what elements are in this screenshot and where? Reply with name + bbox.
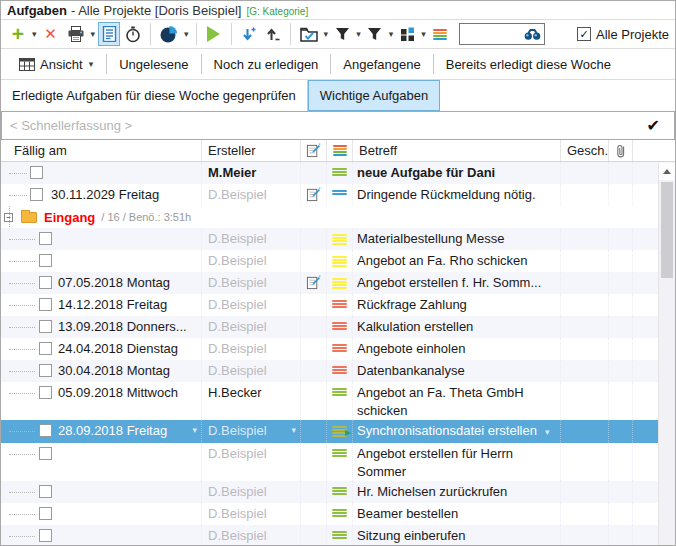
task-checkbox[interactable] (39, 320, 52, 333)
task-row[interactable]: 07.05.2018 MontagD.Beispiel Angebot erst… (1, 272, 675, 294)
binoculars-icon[interactable] (524, 28, 541, 41)
task-row[interactable]: 30.04.2018 MontagD.BeispielDatenbankanal… (1, 360, 675, 382)
task-checkbox[interactable] (39, 298, 52, 311)
header-ersteller[interactable]: Ersteller (202, 140, 301, 161)
time-tracking-button[interactable] (122, 22, 144, 46)
pie-chart-button[interactable] (157, 22, 181, 46)
print-button[interactable] (64, 22, 88, 46)
business-cell (561, 420, 609, 443)
task-checkbox[interactable] (39, 342, 52, 355)
task-checkbox[interactable] (39, 386, 52, 399)
delegate-down-button[interactable] (238, 22, 260, 46)
task-row[interactable]: 28.09.2018 Freitag▾D.Beispiel▾Synchronis… (1, 420, 675, 443)
task-checkbox[interactable] (39, 447, 52, 460)
task-row[interactable]: 13.09.2018 Donners...D.BeispielKalkulati… (1, 316, 675, 338)
task-row[interactable]: 14.12.2018 FreitagD.BeispielRückfrage Za… (1, 294, 675, 316)
creator-name: D.Beispiel (208, 363, 267, 378)
filter-dropdown-icon[interactable]: ▾ (355, 22, 362, 46)
attachment-cell (609, 420, 633, 443)
printer-icon (67, 26, 85, 42)
header-betreff[interactable]: Betreff (353, 140, 561, 161)
task-checkbox[interactable] (39, 424, 52, 437)
tab-1[interactable]: Wichtige Aufgaben (308, 80, 440, 111)
print-dropdown-icon[interactable]: ▾ (90, 22, 97, 46)
task-row[interactable]: D.BeispielMaterialbestellung Messe (1, 228, 675, 250)
task-checkbox[interactable] (39, 485, 52, 498)
attachment-cell (609, 272, 633, 294)
takeover-up-button[interactable] (262, 22, 284, 46)
attachment-cell (609, 294, 633, 316)
header-geschaeft[interactable]: Gesch... (561, 140, 609, 161)
due-dropdown-icon[interactable]: ▾ (192, 420, 197, 441)
priority-stripes-icon (333, 144, 347, 157)
search-input[interactable] (460, 25, 524, 43)
print-preview-toggle[interactable] (98, 22, 120, 46)
table-view-icon (19, 58, 35, 71)
creator-dropdown-icon[interactable]: ▾ (291, 420, 296, 441)
categories-dropdown-icon[interactable]: ▾ (420, 22, 427, 46)
due-cell: 24.04.2018 Dienstag (1, 338, 202, 360)
header-faellig-am[interactable]: Fällig am (1, 140, 202, 161)
filter-button[interactable] (331, 22, 353, 46)
task-checkbox[interactable] (30, 166, 43, 179)
header-attachment-column[interactable] (609, 140, 633, 161)
filter-button-1[interactable]: Noch zu erledigen (202, 49, 331, 79)
business-cell (561, 338, 609, 360)
categories-button[interactable] (396, 22, 418, 46)
filter-button-3[interactable]: Bereits erledigt diese Woche (434, 49, 623, 79)
due-date: 13.09.2018 Donners... (58, 319, 187, 334)
creator-cell: D.Beispiel (202, 481, 301, 503)
scroll-thumb[interactable] (661, 182, 673, 278)
ansicht-button[interactable]: Ansicht ▾ (7, 49, 106, 79)
all-projects-toggle[interactable]: ✓ Alle Projekte (577, 27, 671, 42)
subject-cell: neue Aufgabe für Dani (353, 162, 561, 184)
creator-cell: D.Beispiel (202, 316, 301, 338)
edit-flag-cell (301, 272, 327, 294)
new-task-button[interactable]: + (7, 22, 29, 46)
task-row[interactable]: 24.04.2018 DienstagD.BeispielAngebote ei… (1, 338, 675, 360)
task-checkbox[interactable] (39, 276, 52, 289)
header-priority-column[interactable] (327, 140, 353, 161)
filter-button-2[interactable]: Angefangene (331, 49, 432, 79)
task-checkbox[interactable] (39, 507, 52, 520)
confirm-check-icon[interactable]: ✔ (641, 116, 674, 135)
header-edit-column[interactable] (301, 140, 327, 161)
subject-dropdown-icon[interactable]: ▾ (545, 427, 550, 437)
completed-tasks-button[interactable] (297, 22, 321, 46)
priority-cell (327, 443, 353, 481)
pie-chart-dropdown-icon[interactable]: ▾ (183, 22, 190, 46)
task-checkbox[interactable] (39, 364, 52, 377)
task-checkbox[interactable] (30, 188, 43, 201)
delete-task-button[interactable]: ✕ (40, 22, 62, 46)
start-task-button[interactable] (203, 22, 225, 46)
task-row[interactable]: 05.09.2018 MittwochH.BeckerAngebot an Fa… (1, 382, 675, 420)
group-row[interactable]: −Eingang/ 16 / Benö.: 3:51h (1, 206, 675, 228)
task-row[interactable]: D.BeispielBeamer bestellen (1, 503, 675, 525)
all-projects-checkbox[interactable]: ✓ (577, 27, 591, 41)
task-checkbox[interactable] (39, 232, 52, 245)
edit-flag-cell (301, 228, 327, 250)
task-checkbox[interactable] (39, 529, 52, 542)
filter-button-0[interactable]: Ungelesene (107, 49, 200, 79)
priority-list-button[interactable] (429, 22, 451, 46)
filter-button-2[interactable] (364, 22, 386, 46)
task-checkbox[interactable] (39, 254, 52, 267)
task-row[interactable]: M.Meierneue Aufgabe für Dani (1, 162, 675, 184)
new-task-dropdown-icon[interactable]: ▾ (31, 22, 38, 46)
quick-entry-input[interactable] (2, 114, 641, 138)
tab-0[interactable]: Erledigte Aufgaben für diese Woche gegen… (1, 80, 308, 111)
task-row[interactable]: D.BeispielSitzung einberufen (1, 525, 675, 545)
completed-tasks-dropdown-icon[interactable]: ▾ (323, 22, 330, 46)
task-row[interactable]: D.BeispielAngebot erstellen für Herrn So… (1, 443, 675, 481)
header-spacer (633, 140, 675, 161)
task-row[interactable]: 30.11.2029 FreitagD.Beispiel Dringende R… (1, 184, 675, 206)
scroll-up-button[interactable] (659, 163, 675, 180)
filter-2-dropdown-icon[interactable]: ▾ (388, 22, 395, 46)
priority-cell (327, 382, 353, 420)
task-row[interactable]: D.BeispielHr. Michelsen zurückrufen (1, 481, 675, 503)
due-cell: 14.12.2018 Freitag (1, 294, 202, 316)
creator-cell: D.Beispiel (202, 525, 301, 545)
vertical-scrollbar[interactable] (658, 163, 675, 545)
task-row[interactable]: D.BeispielAngebot an Fa. Rho schicken (1, 250, 675, 272)
subject-text: Kalkulation erstellen (357, 319, 473, 334)
